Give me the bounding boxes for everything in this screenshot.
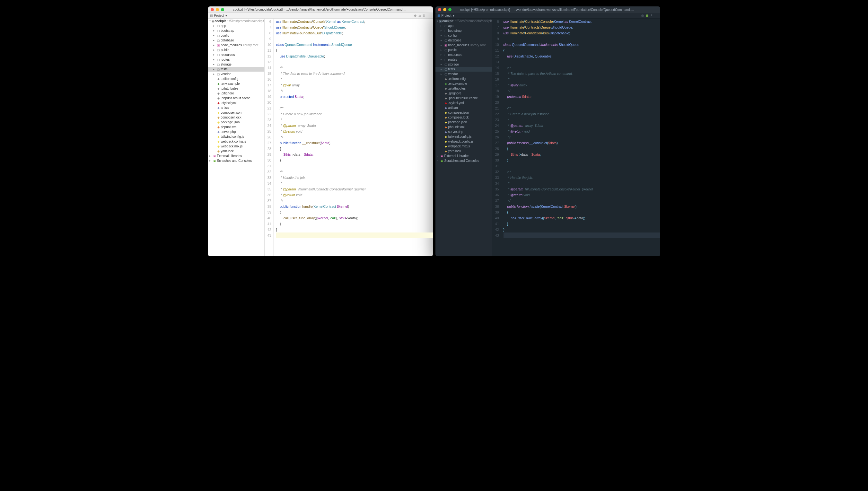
code-line[interactable]: * @param \Illuminate\Contracts\Console\K… [276, 186, 433, 192]
code-light[interactable]: use Illuminate\Contracts\Console\Kernel … [273, 19, 433, 256]
code-line[interactable]: use Dispatchable, Queueable; [503, 53, 660, 59]
code-line[interactable]: } [276, 227, 433, 232]
code-line[interactable]: /** [503, 105, 660, 111]
code-line[interactable] [503, 232, 660, 238]
tree-row[interactable]: ◆.gitattributes [435, 86, 492, 91]
tree-row[interactable]: ◆.gitattributes [208, 86, 264, 91]
code-line[interactable]: * Create a new job instance. [503, 111, 660, 117]
code-line[interactable] [503, 59, 660, 65]
tree-row[interactable]: ▸▢public [208, 48, 264, 52]
tree-row[interactable]: ◆server.php [208, 129, 264, 134]
code-line[interactable] [276, 232, 433, 238]
code-line[interactable]: */ [503, 198, 660, 204]
code-line[interactable]: /** [503, 65, 660, 70]
tree-row[interactable]: ◆.editorconfig [435, 77, 492, 81]
tree-row[interactable]: ◆server.php [435, 129, 492, 134]
target-icon[interactable]: ⊕ [413, 13, 417, 18]
code-line[interactable]: protected $data; [503, 94, 660, 99]
code-line[interactable]: class QueuedCommand implements ShouldQue… [503, 42, 660, 48]
code-line[interactable]: * @param array $data [276, 123, 433, 128]
tree-row[interactable]: ▸▢bootstrap [208, 28, 264, 33]
code-line[interactable]: { [503, 48, 660, 53]
tree-row[interactable]: ▸▣External Libraries [208, 153, 264, 158]
tree-row[interactable]: ▸▢storage [208, 62, 264, 67]
code-line[interactable]: use Illuminate\Contracts\Queue\ShouldQue… [503, 24, 660, 30]
code-line[interactable]: public function __construct($data) [503, 140, 660, 146]
tree-row[interactable]: ▸▢config [208, 33, 264, 38]
project-dropdown[interactable]: ▤ Project ▾ [210, 14, 227, 17]
code-line[interactable]: * Handle the job. [503, 175, 660, 180]
tree-row[interactable]: ◆.env.example [435, 81, 492, 86]
code-line[interactable]: * @return void [276, 128, 433, 134]
code-line[interactable]: /** [503, 169, 660, 175]
tree-row[interactable]: ◆webpack.mix.js [435, 144, 492, 149]
tree-row[interactable]: ▸▣Scratches and Consoles [435, 158, 492, 163]
code-line[interactable]: */ [276, 198, 433, 204]
code-line[interactable]: public function __construct($data) [276, 140, 433, 146]
tree-row[interactable]: ◆phpunit.xml [208, 124, 264, 129]
tree-row[interactable]: ◆yarn.lock [435, 149, 492, 153]
code-line[interactable]: } [503, 221, 660, 227]
code-line[interactable]: * [276, 180, 433, 186]
code-line[interactable]: } [276, 221, 433, 227]
tree-row[interactable]: ▾▣cockpit ~/Sites/promodata/cockpit [435, 19, 492, 24]
project-tree-dark[interactable]: ▾▣cockpit ~/Sites/promodata/cockpit▸▢app… [435, 19, 492, 256]
titlebar[interactable]: cockpit [~/Sites/promodata/cockpit] – ..… [208, 6, 433, 13]
tree-row[interactable]: ▸▣Scratches and Consoles [208, 158, 264, 163]
tree-row[interactable]: ◆webpack.config.js [208, 139, 264, 144]
collapse-icon[interactable]: — [427, 13, 431, 18]
code-line[interactable]: use Dispatchable, Queueable; [276, 53, 433, 59]
code-line[interactable] [276, 36, 433, 42]
code-line[interactable]: * [503, 117, 660, 123]
tree-row[interactable]: ▸▣External Libraries [435, 153, 492, 158]
tree-row[interactable]: ▸▢database [208, 38, 264, 43]
code-line[interactable]: public function handle(KernelContract $k… [276, 204, 433, 209]
expand-icon[interactable]: ⇲ [417, 13, 422, 18]
tree-row[interactable]: ◆yarn.lock [208, 149, 264, 153]
code-editor-light[interactable]: 6789101112131415161718192021222324252627… [265, 19, 433, 256]
code-line[interactable]: * @return void [503, 192, 660, 198]
close-icon[interactable] [438, 8, 441, 11]
tree-row[interactable]: ▸▢routes [208, 57, 264, 62]
tree-row[interactable]: ▸▢tests [208, 67, 264, 71]
code-line[interactable]: { [503, 146, 660, 151]
tree-row[interactable]: ◆composer.json [208, 110, 264, 115]
tree-row[interactable]: ▸▢app [435, 24, 492, 28]
code-line[interactable] [503, 163, 660, 169]
code-line[interactable]: * @return void [503, 128, 660, 134]
tree-row[interactable]: ◆.editorconfig [208, 77, 264, 81]
tree-row[interactable]: ▸▢routes [435, 57, 492, 62]
tree-row[interactable]: ◆tailwind.config.js [435, 134, 492, 139]
code-line[interactable]: } [276, 157, 433, 163]
code-line[interactable]: use Illuminate\Foundation\Bus\Dispatchab… [276, 30, 433, 36]
tree-row[interactable]: ◆package.json [435, 120, 492, 124]
code-line[interactable]: /** [276, 105, 433, 111]
code-line[interactable]: $this->data = $data; [503, 151, 660, 157]
code-line[interactable]: * @param array $data [503, 123, 660, 128]
code-line[interactable]: * [276, 117, 433, 123]
code-line[interactable]: use Illuminate\Contracts\Console\Kernel … [276, 19, 433, 24]
tree-row[interactable]: ▸▢storage [435, 62, 492, 67]
tree-row[interactable]: ◆webpack.mix.js [208, 144, 264, 149]
code-line[interactable]: /** [276, 169, 433, 175]
gear-icon[interactable]: ⚙ [422, 13, 427, 18]
tree-row[interactable]: ◆artisan [435, 105, 492, 110]
tree-row[interactable]: ◆.gitignore [435, 91, 492, 96]
tree-row[interactable]: ◆phpunit.xml [435, 124, 492, 129]
code-line[interactable]: use Illuminate\Foundation\Bus\Dispatchab… [503, 30, 660, 36]
tree-row[interactable]: ▸▢public [435, 48, 492, 52]
code-line[interactable] [276, 99, 433, 105]
tree-row[interactable]: ▸▢resources [435, 52, 492, 57]
tree-row[interactable]: ◆tailwind.config.js [208, 134, 264, 139]
tree-row[interactable]: ◆webpack.config.js [435, 139, 492, 144]
code-line[interactable] [503, 36, 660, 42]
tree-row[interactable]: ▸▢tests [435, 67, 492, 71]
code-line[interactable]: */ [276, 134, 433, 140]
maximize-icon[interactable] [448, 8, 452, 11]
code-line[interactable]: class QueuedCommand implements ShouldQue… [276, 42, 433, 48]
code-line[interactable]: */ [276, 88, 433, 94]
titlebar[interactable]: cockpit [~/Sites/promodata/cockpit] – ..… [435, 6, 660, 13]
tree-row[interactable]: ▸▢bootstrap [435, 28, 492, 33]
tree-row[interactable]: ▸▢config [435, 33, 492, 38]
tree-row[interactable]: ▸▢app [208, 24, 264, 28]
